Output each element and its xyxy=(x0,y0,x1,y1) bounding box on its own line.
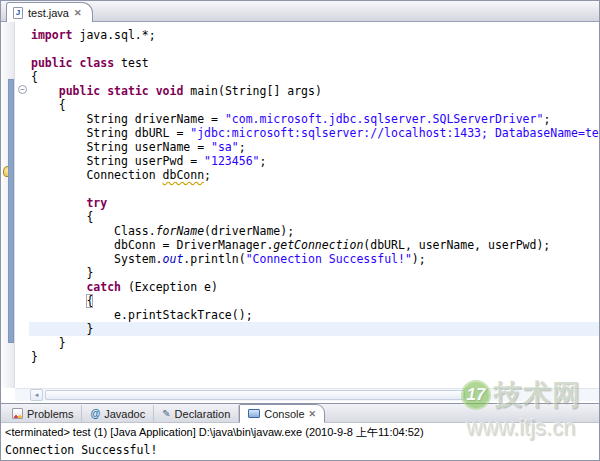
view-close-icon[interactable]: ✕ xyxy=(309,409,317,419)
editor-tab-bar: J test.java ✕ xyxy=(1,1,599,22)
declaration-icon: ✎ xyxy=(162,408,170,419)
bottom-tab-declaration[interactable]: ✎Declaration xyxy=(154,405,239,422)
code-line: { xyxy=(31,98,599,112)
console-view[interactable]: <terminated> test (1) [Java Application]… xyxy=(1,423,599,459)
bottom-tab-bar: Problems@Javadoc✎DeclarationConsole✕ xyxy=(1,404,599,423)
bottom-tab-label: Problems xyxy=(27,408,73,420)
tab-close-icon[interactable]: ✕ xyxy=(74,8,82,18)
range-indicator xyxy=(8,79,14,343)
code-line: e.printStackTrace(); xyxy=(31,308,599,322)
code-editor[interactable]: − import java.sql.*;public class test{ p… xyxy=(1,22,599,401)
code-line: String driverName = "com.microsoft.jdbc.… xyxy=(31,112,599,126)
code-line: public class test xyxy=(31,56,599,70)
scroll-left-icon[interactable]: ◂ xyxy=(30,389,43,401)
scrollbar-thumb[interactable] xyxy=(45,390,465,400)
code-line: Connection dbConn; xyxy=(31,168,599,182)
code-line: public static void main(String[] args) xyxy=(31,84,599,98)
bottom-panel: Problems@Javadoc✎DeclarationConsole✕ <te… xyxy=(1,403,599,460)
fold-collapse-icon[interactable]: − xyxy=(18,85,27,94)
tab-test-java[interactable]: J test.java ✕ xyxy=(6,2,93,22)
horizontal-scrollbar[interactable]: ◂ xyxy=(15,388,599,401)
code-line xyxy=(31,182,599,196)
code-line: String dbURL = "jdbc:microsoft:sqlserver… xyxy=(31,126,599,140)
code-line: { xyxy=(31,294,599,308)
code-line: { xyxy=(31,70,599,84)
code-line: catch (Exception e) xyxy=(31,280,599,294)
bottom-tab-label: Declaration xyxy=(175,408,231,420)
code-line xyxy=(31,42,599,56)
eclipse-window: J test.java ✕ − import java.sql.*;public… xyxy=(0,0,600,461)
bottom-tab-console[interactable]: Console✕ xyxy=(239,404,325,423)
problems-icon xyxy=(12,408,23,419)
code-line: System.out.println("Connection Successfu… xyxy=(31,252,599,266)
code-line: Class.forName(driverName); xyxy=(31,224,599,238)
bottom-tab-label: Console xyxy=(264,408,304,420)
code-line: String userPwd = "123456"; xyxy=(31,154,599,168)
bottom-tab-label: Javadoc xyxy=(104,408,145,420)
code-lines: import java.sql.*;public class test{ pub… xyxy=(31,28,599,364)
code-line: } xyxy=(31,350,599,364)
code-line: { xyxy=(31,210,599,224)
code-line: } xyxy=(31,266,599,280)
tab-label: test.java xyxy=(28,7,69,19)
code-line: } xyxy=(31,336,599,350)
console-icon xyxy=(248,409,260,418)
code-line: try xyxy=(31,196,599,210)
bottom-tab-problems[interactable]: Problems xyxy=(4,405,82,422)
code-line: import java.sql.*; xyxy=(31,28,599,42)
code-line: dbConn = DriverManager.getConnection(dbU… xyxy=(31,238,599,252)
console-status: <terminated> test (1) [Java Application]… xyxy=(1,423,599,441)
console-output: Connection Successful! xyxy=(1,441,599,459)
bottom-tab-javadoc[interactable]: @Javadoc xyxy=(82,405,154,422)
code-line: String userName = "sa"; xyxy=(31,140,599,154)
code-line-current: } xyxy=(29,322,599,336)
java-file-icon: J xyxy=(13,7,23,19)
javadoc-icon: @ xyxy=(90,408,100,419)
